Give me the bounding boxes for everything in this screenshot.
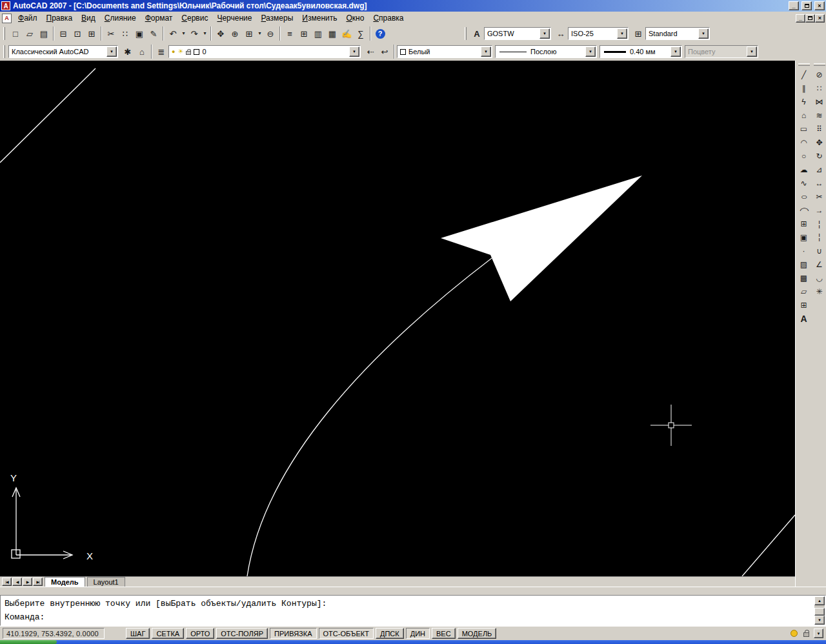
my-workspace-icon[interactable]: ⌂	[135, 45, 149, 59]
status-menu-arrow-icon[interactable]: ▼	[814, 629, 823, 638]
menu-modify[interactable]: Изменить	[297, 12, 341, 24]
linetype-dropdown-icon[interactable]: ▼	[585, 46, 596, 57]
publish-icon[interactable]: ⊞	[85, 26, 99, 41]
gradient-icon[interactable]: ▩	[797, 271, 811, 285]
sheetset-manager-icon[interactable]: ▦	[325, 26, 339, 41]
undo-dropdown-icon[interactable]: ▾	[180, 26, 187, 41]
tab-model[interactable]: Модель	[45, 577, 85, 587]
menu-draw[interactable]: Черчение	[212, 12, 256, 24]
entity-line-bottomright[interactable]	[742, 515, 795, 576]
ducs-toggle[interactable]: ДПСК	[376, 628, 404, 639]
layer-dropdown-icon[interactable]: ▼	[349, 46, 359, 57]
cut-icon[interactable]: ✂	[104, 26, 118, 41]
offset-icon[interactable]: ≋	[812, 108, 826, 122]
command-prompt-line[interactable]: Команда:	[5, 610, 811, 624]
table-icon[interactable]: ⊞	[797, 298, 811, 312]
rotate-icon[interactable]: ↻	[812, 149, 826, 163]
command-window[interactable]: Выберите внутреннюю точку или [выБрать о…	[0, 595, 826, 626]
layer-lock-icon[interactable]	[186, 51, 191, 55]
scroll-up-icon[interactable]: ▲	[814, 596, 825, 605]
menu-help[interactable]: Справка	[368, 12, 408, 24]
polar-toggle[interactable]: ОТС-ПОЛЯР	[216, 628, 268, 639]
zoom-window-icon[interactable]: ⊞	[242, 26, 256, 41]
arc-icon[interactable]: ◠	[797, 136, 811, 149]
menu-view[interactable]: Вид	[77, 12, 100, 24]
layer-on-bulb-icon[interactable]: ●	[172, 49, 175, 55]
toolbar-grip[interactable]	[3, 27, 5, 40]
doc-minimize-button[interactable]: _	[796, 14, 805, 23]
menu-window[interactable]: Окно	[341, 12, 368, 24]
ellipse-icon[interactable]: ○	[794, 190, 814, 203]
redo-dropdown-icon[interactable]: ▾	[201, 26, 208, 41]
layer-combo[interactable]: ● ☀ 0 ▼	[168, 45, 361, 58]
polygon-icon[interactable]: ⌂	[797, 108, 811, 122]
lineweight-combo[interactable]: 0.40 мм ▼	[599, 45, 682, 58]
tab-nav-first-icon[interactable]: |◀	[2, 578, 12, 586]
revision-cloud-icon[interactable]: ☁	[797, 163, 811, 176]
autocad-app-icon[interactable]: A	[1, 1, 10, 10]
text-style-icon[interactable]: A	[470, 26, 484, 41]
osnap-toggle[interactable]: ПРИВЯЗКА	[270, 628, 316, 639]
help-icon[interactable]: ?	[373, 26, 387, 41]
close-button[interactable]: ×	[814, 1, 825, 10]
tab-layout1[interactable]: Layout1	[87, 577, 125, 587]
fillet-icon[interactable]: ◡	[812, 271, 826, 285]
modify-toolbar-grip[interactable]	[814, 63, 825, 66]
scale-icon[interactable]: ⊿	[812, 163, 826, 176]
hatch-icon[interactable]: ▨	[797, 257, 811, 271]
coordinate-display[interactable]: 410.1929, 753.4392, 0.0000	[3, 628, 105, 639]
construction-line-icon[interactable]: ∥	[797, 81, 811, 95]
match-properties-icon[interactable]: ✎	[146, 26, 161, 41]
join-icon[interactable]: ∪	[812, 244, 826, 257]
copy-object-icon[interactable]: ∷	[812, 81, 826, 95]
workspace-settings-icon[interactable]: ✱	[121, 45, 135, 59]
array-icon[interactable]: ⠿	[812, 122, 826, 136]
rectangle-icon[interactable]: ▭	[797, 122, 811, 136]
extend-icon[interactable]: →	[812, 203, 826, 217]
designcenter-icon[interactable]: ⊞	[297, 26, 311, 41]
drawing-canvas[interactable]: Y X	[0, 61, 795, 576]
multiline-text-icon[interactable]: A	[797, 312, 811, 325]
tab-nav-prev-icon[interactable]: ◀	[12, 578, 22, 586]
dim-style-dropdown-icon[interactable]: ▼	[617, 28, 627, 39]
new-icon[interactable]: □	[8, 26, 23, 41]
quickcalc-icon[interactable]: ∑	[354, 26, 368, 41]
chamfer-icon[interactable]: ∠	[812, 257, 826, 271]
tab-nav-next-icon[interactable]: ▶	[23, 578, 32, 586]
command-window-splitter[interactable]	[0, 587, 826, 595]
workspace-toolbar-grip[interactable]	[3, 45, 5, 58]
plot-preview-icon[interactable]: ⊡	[70, 26, 85, 41]
text-style-combo[interactable]: GOSTW ▼	[484, 27, 551, 40]
start-button[interactable]	[0, 640, 57, 644]
stretch-icon[interactable]: ↔	[812, 176, 826, 190]
pan-icon[interactable]: ✥	[214, 26, 228, 41]
styles-toolbar-grip[interactable]	[465, 27, 467, 40]
menu-file[interactable]: Файл	[14, 12, 42, 24]
layer-color-chip[interactable]	[194, 49, 199, 55]
redo-icon[interactable]: ↷	[187, 26, 201, 41]
undo-icon[interactable]: ↶	[166, 26, 180, 41]
table-style-combo[interactable]: Standard ▼	[645, 27, 710, 40]
restore-button[interactable]	[801, 1, 812, 10]
table-style-dropdown-icon[interactable]: ▼	[698, 28, 709, 39]
scroll-down-icon[interactable]: ▼	[814, 616, 825, 625]
spline-icon[interactable]: ∿	[797, 176, 811, 190]
point-icon[interactable]: ·	[797, 244, 811, 257]
menu-dimension[interactable]: Размеры	[256, 12, 297, 24]
zoom-realtime-icon[interactable]: ⊕	[228, 26, 242, 41]
layer-freeze-sun-icon[interactable]: ☀	[177, 48, 183, 55]
dyn-toggle[interactable]: ДИН	[406, 628, 430, 639]
ellipse-arc-icon[interactable]: ◠	[794, 203, 814, 217]
workspace-dropdown-icon[interactable]: ▼	[106, 46, 117, 57]
otrack-toggle[interactable]: ОТС-ОБЪЕКТ	[319, 628, 374, 639]
snap-toggle[interactable]: ШАГ	[126, 628, 150, 639]
ortho-toggle[interactable]: ОРТО	[186, 628, 214, 639]
menu-tools[interactable]: Сервис	[177, 12, 212, 24]
command-scrollbar[interactable]: ▲ ▼	[814, 596, 825, 625]
save-icon[interactable]: ▤	[37, 26, 51, 41]
doc-close-button[interactable]: ×	[815, 14, 825, 23]
dim-style-icon[interactable]: ↔	[554, 26, 568, 41]
trim-icon[interactable]: ✂	[812, 190, 826, 203]
menu-insert[interactable]: Слияние	[100, 12, 141, 24]
lineweight-dropdown-icon[interactable]: ▼	[670, 46, 681, 57]
